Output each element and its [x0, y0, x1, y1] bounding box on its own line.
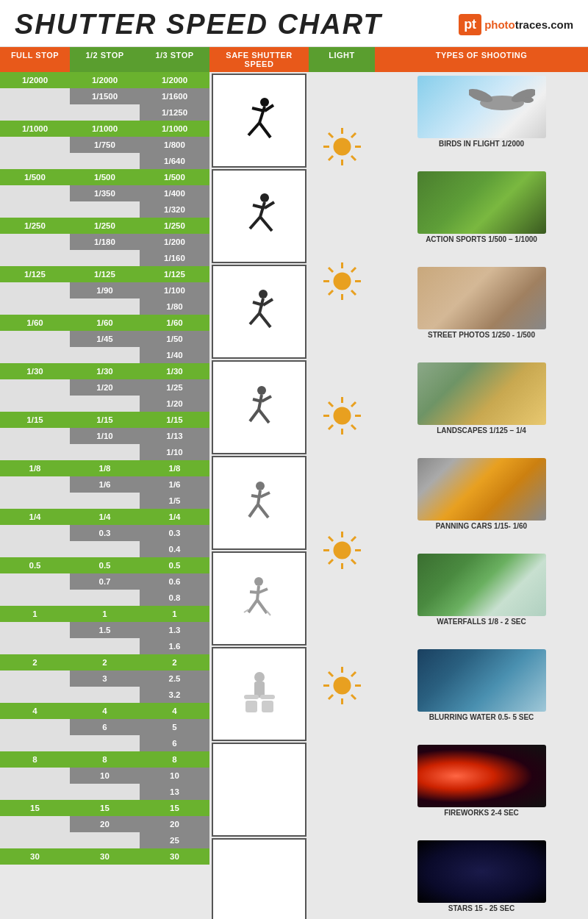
svg-rect-41: [260, 695, 275, 699]
speed-cell: 1.3: [140, 622, 209, 638]
speed-cell: 1/80: [140, 298, 209, 315]
speed-cell: [70, 396, 140, 412]
sun-icon-2: [322, 261, 362, 301]
speed-cell: 1/4: [140, 509, 209, 525]
svg-line-33: [257, 600, 267, 613]
speed-cell: [70, 250, 140, 266]
svg-line-34: [250, 592, 259, 593]
speed-cell: 1/125: [0, 266, 70, 282]
speed-cell: [0, 784, 70, 800]
speed-cell: 2: [140, 654, 209, 671]
speed-cell: 1/160: [140, 250, 209, 266]
speed-cell: 1.5: [70, 622, 140, 638]
photo-label-birds: BIRDS IN FLIGHT 1/2000: [439, 140, 524, 148]
speed-cell: [0, 476, 70, 493]
runner-section-6: [212, 551, 306, 646]
svg-line-51: [351, 133, 356, 137]
logo-text: phototraces.com: [484, 18, 573, 31]
header: SHUTTER SPEED CHART pt phototraces.com: [0, 0, 588, 46]
col-header-safe: SAFE SHUTTER SPEED: [209, 47, 309, 72]
svg-point-38: [254, 672, 265, 682]
speed-cell: 1/250: [70, 218, 140, 234]
col-header-shooting: TYPES OF SHOOTING: [375, 47, 588, 72]
svg-line-85: [329, 672, 333, 676]
speed-cell: 1/500: [0, 169, 70, 185]
runner-section-8: [212, 743, 306, 837]
svg-line-26: [249, 504, 258, 517]
svg-line-11: [265, 202, 274, 208]
speed-cell: 0.6: [140, 573, 209, 590]
sun-group-2: [322, 227, 362, 336]
speed-cell: 1/180: [70, 234, 140, 250]
speed-cell: [0, 298, 70, 315]
speed-cell: 1/40: [140, 347, 209, 363]
speed-cell: 1/8: [140, 460, 209, 476]
logo-area: pt phototraces.com: [459, 14, 573, 35]
speed-cell: [0, 573, 70, 590]
speed-cell: 3.2: [140, 687, 209, 703]
speed-cell: 4: [0, 703, 70, 719]
photo-label-street: STREET PHOTOS 1/250 - 1/500: [428, 331, 535, 339]
photo-blur: [417, 649, 546, 712]
speed-cell: 30: [140, 848, 209, 865]
runner-section-2: [212, 169, 306, 263]
speed-cell: 1/250: [0, 218, 70, 234]
speed-cell: [0, 590, 70, 606]
speed-cell: [70, 687, 140, 703]
speed-cell: [0, 153, 70, 169]
svg-line-59: [351, 290, 356, 295]
speed-cell: [0, 428, 70, 444]
speed-cell: 1/100: [140, 282, 209, 298]
photo-street: [417, 267, 546, 329]
svg-rect-43: [262, 701, 273, 712]
svg-line-28: [251, 496, 260, 497]
speed-cell: [0, 201, 70, 218]
speed-cell: 1/500: [140, 169, 209, 185]
speed-cell: [70, 493, 140, 509]
speed-cell: 1/400: [140, 185, 209, 201]
svg-line-7: [260, 202, 265, 217]
svg-point-44: [333, 138, 351, 156]
speed-cell: [70, 590, 140, 606]
shooting-item-action: ACTION SPORTS 1/500 – 1/1000: [379, 170, 584, 262]
speed-cell: 6: [70, 719, 140, 735]
svg-point-18: [257, 386, 266, 395]
speed-cell: [0, 282, 70, 298]
speed-cell: 1/90: [70, 282, 140, 298]
svg-line-79: [329, 559, 333, 564]
page: SHUTTER SPEED CHART pt phototraces.com F…: [0, 0, 588, 919]
full-stop-col: 1/2000 1/1000 1/500 1/250 1/125 1/60 1/3…: [0, 72, 70, 919]
speed-cell: [70, 298, 140, 315]
col-header-half: 1/2 STOP: [70, 47, 140, 72]
speed-cell: 1/500: [70, 169, 140, 185]
safe-shutter-col: [209, 72, 309, 919]
sun-icon-3: [322, 396, 362, 436]
speed-cell: 0.3: [140, 525, 209, 541]
speed-cell: 10: [70, 768, 140, 784]
shooting-item-birds: BIRDS IN FLIGHT 1/2000: [379, 74, 584, 167]
svg-line-29: [260, 493, 270, 497]
svg-rect-42: [245, 701, 257, 712]
sun-group-1: [322, 93, 362, 201]
speed-cell: 4: [140, 703, 209, 719]
speed-cell: 8: [140, 751, 209, 768]
svg-point-101: [522, 97, 534, 103]
svg-line-78: [351, 537, 356, 541]
photo-landscape: [417, 362, 546, 425]
speed-cell: 4: [70, 703, 140, 719]
shooting-item-street: STREET PHOTOS 1/250 - 1/500: [379, 265, 584, 358]
photo-stars: [417, 840, 546, 903]
speed-cell: [0, 396, 70, 412]
photo-label-waterfall: WATERFALLS 1/8 - 2 sec: [437, 618, 526, 626]
speed-cell: 30: [70, 848, 140, 865]
speed-cell: 2: [0, 654, 70, 671]
runner-icon-fast: [234, 95, 285, 146]
speed-cell: [0, 493, 70, 509]
svg-point-0: [260, 98, 269, 107]
speed-cell: [70, 735, 140, 751]
speed-cell: 1/5: [140, 493, 209, 509]
speed-cell: 1/2000: [0, 72, 70, 88]
shooting-item-fireworks: FIREWORKS 2-4 sec: [379, 743, 584, 836]
speed-cell: 1: [140, 606, 209, 622]
shooting-item-panning: PANNING CARS 1/15- 1/60: [379, 457, 584, 549]
